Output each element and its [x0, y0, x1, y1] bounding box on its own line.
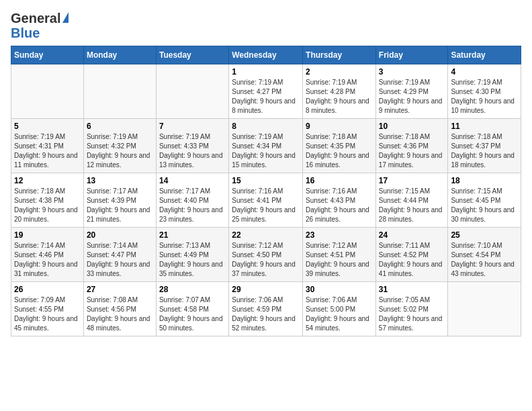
day-number: 19: [14, 230, 81, 240]
cell-info: Sunrise: 7:15 AM Sunset: 4:45 PM Dayligh…: [451, 187, 518, 224]
calendar-cell: 28Sunrise: 7:07 AM Sunset: 4:58 PM Dayli…: [156, 282, 228, 336]
day-number: 23: [306, 230, 373, 240]
cell-info: Sunrise: 7:17 AM Sunset: 4:40 PM Dayligh…: [159, 187, 226, 224]
cell-info: Sunrise: 7:19 AM Sunset: 4:33 PM Dayligh…: [159, 132, 226, 170]
cell-info: Sunrise: 7:11 AM Sunset: 4:52 PM Dayligh…: [379, 241, 445, 279]
weekday-header-row: SundayMondayTuesdayWednesdayThursdayFrid…: [11, 46, 521, 64]
day-number: 15: [232, 176, 300, 185]
cell-info: Sunrise: 7:19 AM Sunset: 4:30 PM Dayligh…: [451, 78, 518, 116]
cell-info: Sunrise: 7:14 AM Sunset: 4:47 PM Dayligh…: [87, 241, 153, 279]
weekday-header-saturday: Saturday: [448, 46, 521, 64]
cell-info: Sunrise: 7:19 AM Sunset: 4:34 PM Dayligh…: [232, 132, 300, 170]
calendar-cell: 2Sunrise: 7:19 AM Sunset: 4:28 PM Daylig…: [303, 64, 376, 119]
calendar-cell: 15Sunrise: 7:16 AM Sunset: 4:41 PM Dayli…: [229, 173, 303, 228]
cell-info: Sunrise: 7:19 AM Sunset: 4:31 PM Dayligh…: [14, 132, 81, 170]
weekday-header-tuesday: Tuesday: [156, 46, 228, 64]
calendar-cell: 6Sunrise: 7:19 AM Sunset: 4:32 PM Daylig…: [83, 119, 156, 173]
calendar-cell: 30Sunrise: 7:06 AM Sunset: 5:00 PM Dayli…: [303, 282, 376, 336]
calendar-cell: 18Sunrise: 7:15 AM Sunset: 4:45 PM Dayli…: [448, 173, 521, 228]
calendar-cell: [156, 64, 228, 119]
calendar-week-row: 1Sunrise: 7:19 AM Sunset: 4:27 PM Daylig…: [11, 64, 521, 119]
calendar-cell: 11Sunrise: 7:18 AM Sunset: 4:37 PM Dayli…: [448, 119, 521, 173]
calendar-week-row: 19Sunrise: 7:14 AM Sunset: 4:46 PM Dayli…: [11, 228, 521, 282]
cell-info: Sunrise: 7:06 AM Sunset: 5:00 PM Dayligh…: [306, 295, 373, 333]
cell-info: Sunrise: 7:06 AM Sunset: 4:59 PM Dayligh…: [232, 295, 300, 333]
day-number: 12: [14, 176, 81, 185]
day-number: 1: [232, 67, 300, 77]
calendar-cell: 7Sunrise: 7:19 AM Sunset: 4:33 PM Daylig…: [156, 119, 228, 173]
day-number: 26: [14, 285, 81, 294]
calendar-cell: 13Sunrise: 7:17 AM Sunset: 4:39 PM Dayli…: [83, 173, 156, 228]
calendar-cell: 24Sunrise: 7:11 AM Sunset: 4:52 PM Dayli…: [375, 228, 448, 282]
calendar-cell: 27Sunrise: 7:08 AM Sunset: 4:56 PM Dayli…: [83, 282, 156, 336]
weekday-header-thursday: Thursday: [303, 46, 376, 64]
day-number: 16: [306, 176, 373, 185]
cell-info: Sunrise: 7:12 AM Sunset: 4:50 PM Dayligh…: [232, 241, 300, 279]
calendar-cell: 9Sunrise: 7:18 AM Sunset: 4:35 PM Daylig…: [303, 119, 376, 173]
day-number: 3: [379, 67, 445, 77]
day-number: 25: [451, 230, 518, 240]
cell-info: Sunrise: 7:18 AM Sunset: 4:37 PM Dayligh…: [451, 132, 518, 170]
weekday-header-wednesday: Wednesday: [229, 46, 303, 64]
logo: General Blue: [11, 11, 69, 40]
cell-info: Sunrise: 7:13 AM Sunset: 4:49 PM Dayligh…: [159, 241, 226, 279]
logo-triangle-icon: [62, 12, 69, 23]
calendar-cell: 16Sunrise: 7:16 AM Sunset: 4:43 PM Dayli…: [303, 173, 376, 228]
calendar-cell: 25Sunrise: 7:10 AM Sunset: 4:54 PM Dayli…: [448, 228, 521, 282]
calendar-cell: 3Sunrise: 7:19 AM Sunset: 4:29 PM Daylig…: [375, 64, 448, 119]
day-number: 9: [306, 122, 373, 131]
cell-info: Sunrise: 7:14 AM Sunset: 4:46 PM Dayligh…: [14, 241, 81, 279]
calendar-cell: 4Sunrise: 7:19 AM Sunset: 4:30 PM Daylig…: [448, 64, 521, 119]
cell-info: Sunrise: 7:17 AM Sunset: 4:39 PM Dayligh…: [87, 187, 153, 224]
day-number: 2: [306, 67, 373, 77]
calendar-week-row: 12Sunrise: 7:18 AM Sunset: 4:38 PM Dayli…: [11, 173, 521, 228]
day-number: 4: [451, 67, 518, 77]
calendar-cell: 23Sunrise: 7:12 AM Sunset: 4:51 PM Dayli…: [303, 228, 376, 282]
calendar-cell: 1Sunrise: 7:19 AM Sunset: 4:27 PM Daylig…: [229, 64, 303, 119]
cell-info: Sunrise: 7:08 AM Sunset: 4:56 PM Dayligh…: [87, 295, 153, 333]
cell-info: Sunrise: 7:10 AM Sunset: 4:54 PM Dayligh…: [451, 241, 518, 279]
calendar-cell: [11, 64, 84, 119]
calendar-cell: 26Sunrise: 7:09 AM Sunset: 4:55 PM Dayli…: [11, 282, 84, 336]
cell-info: Sunrise: 7:16 AM Sunset: 4:43 PM Dayligh…: [306, 187, 373, 224]
calendar-cell: 12Sunrise: 7:18 AM Sunset: 4:38 PM Dayli…: [11, 173, 84, 228]
day-number: 21: [159, 230, 226, 240]
calendar-cell: 19Sunrise: 7:14 AM Sunset: 4:46 PM Dayli…: [11, 228, 84, 282]
calendar-cell: 17Sunrise: 7:15 AM Sunset: 4:44 PM Dayli…: [375, 173, 448, 228]
cell-info: Sunrise: 7:09 AM Sunset: 4:55 PM Dayligh…: [14, 295, 81, 333]
day-number: 11: [451, 122, 518, 131]
day-number: 28: [159, 285, 226, 294]
cell-info: Sunrise: 7:18 AM Sunset: 4:38 PM Dayligh…: [14, 187, 81, 224]
cell-info: Sunrise: 7:19 AM Sunset: 4:27 PM Dayligh…: [232, 78, 300, 116]
weekday-header-monday: Monday: [83, 46, 156, 64]
cell-info: Sunrise: 7:07 AM Sunset: 4:58 PM Dayligh…: [159, 295, 226, 333]
day-number: 8: [232, 122, 300, 131]
cell-info: Sunrise: 7:12 AM Sunset: 4:51 PM Dayligh…: [306, 241, 373, 279]
day-number: 6: [87, 122, 153, 131]
calendar-cell: 29Sunrise: 7:06 AM Sunset: 4:59 PM Dayli…: [229, 282, 303, 336]
logo-general-text: General: [11, 11, 60, 26]
calendar-cell: 20Sunrise: 7:14 AM Sunset: 4:47 PM Dayli…: [83, 228, 156, 282]
calendar-cell: 14Sunrise: 7:17 AM Sunset: 4:40 PM Dayli…: [156, 173, 228, 228]
day-number: 31: [379, 285, 445, 294]
day-number: 5: [14, 122, 81, 131]
cell-info: Sunrise: 7:19 AM Sunset: 4:28 PM Dayligh…: [306, 78, 373, 116]
weekday-header-sunday: Sunday: [11, 46, 84, 64]
calendar-cell: 31Sunrise: 7:05 AM Sunset: 5:02 PM Dayli…: [375, 282, 448, 336]
cell-info: Sunrise: 7:16 AM Sunset: 4:41 PM Dayligh…: [232, 187, 300, 224]
cell-info: Sunrise: 7:15 AM Sunset: 4:44 PM Dayligh…: [379, 187, 445, 224]
calendar-cell: 8Sunrise: 7:19 AM Sunset: 4:34 PM Daylig…: [229, 119, 303, 173]
calendar-week-row: 26Sunrise: 7:09 AM Sunset: 4:55 PM Dayli…: [11, 282, 521, 336]
page-header: General Blue: [11, 11, 521, 40]
day-number: 14: [159, 176, 226, 185]
day-number: 10: [379, 122, 445, 131]
day-number: 20: [87, 230, 153, 240]
day-number: 24: [379, 230, 445, 240]
day-number: 29: [232, 285, 300, 294]
day-number: 18: [451, 176, 518, 185]
day-number: 17: [379, 176, 445, 185]
calendar-cell: 5Sunrise: 7:19 AM Sunset: 4:31 PM Daylig…: [11, 119, 84, 173]
day-number: 30: [306, 285, 373, 294]
day-number: 13: [87, 176, 153, 185]
cell-info: Sunrise: 7:18 AM Sunset: 4:35 PM Dayligh…: [306, 132, 373, 170]
